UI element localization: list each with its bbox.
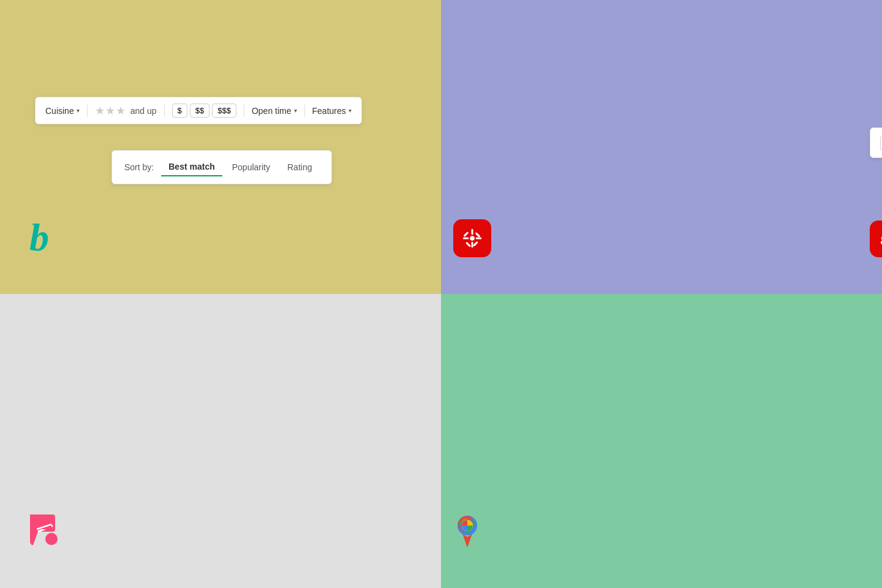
and-up-label: and up <box>130 106 157 116</box>
divider-3 <box>244 105 244 117</box>
yelp-burst-icon <box>461 227 484 250</box>
open-time-label: Open time <box>252 106 292 116</box>
cuisine-chevron-icon: ▾ <box>77 107 80 114</box>
svg-rect-1 <box>471 229 473 235</box>
cuisine-label: Cuisine <box>45 106 74 116</box>
star-2: ★ <box>105 104 115 118</box>
yelp-icon-bg <box>453 219 491 257</box>
price-3-btn[interactable]: $$$ <box>212 104 236 118</box>
yelp-logo-svg <box>877 228 882 250</box>
divider-4 <box>304 105 305 117</box>
q2-filter-bar: $ $$ $$$ $$$$ 🕐 Open Now 🛍️ Order Delive… <box>870 127 882 158</box>
q1-filter-bar: Cuisine ▾ ★ ★ ★ and up $ $$ $$$ Open tim… <box>35 97 362 124</box>
svg-rect-4 <box>476 237 482 239</box>
yelp-logo-wrap <box>870 221 882 257</box>
features-filter[interactable]: Features ▾ <box>312 106 352 116</box>
divider-2 <box>164 105 165 117</box>
yelp-logo <box>870 221 882 257</box>
features-label: Features <box>312 106 346 116</box>
svg-rect-3 <box>463 237 469 239</box>
sort-rating[interactable]: Rating <box>280 159 319 176</box>
sort-popularity[interactable]: Popularity <box>225 159 277 176</box>
q4-google-maps: ☰ 🔍 ✕ Price $ $$ $$$ $$$$ Rating at leas… <box>441 294 882 588</box>
star-1: ★ <box>95 104 105 118</box>
q1-sort-bar: Sort by: Best match Popularity Rating <box>111 150 332 184</box>
star-3: ★ <box>116 104 126 118</box>
google-maps-logo-icon <box>450 513 485 549</box>
svg-rect-6 <box>475 232 481 238</box>
foursquare-shape-svg <box>28 513 59 549</box>
features-chevron-icon: ▾ <box>349 107 352 114</box>
svg-rect-2 <box>471 242 473 248</box>
foursquare-icon-overlay <box>28 513 59 549</box>
price-2-btn[interactable]: $$ <box>190 104 209 118</box>
divider-1 <box>87 105 88 117</box>
bing-logo: b <box>29 215 49 260</box>
stars-display: ★ ★ ★ <box>95 104 126 118</box>
yelp-logo-container <box>453 219 491 257</box>
price-1-btn[interactable]: $ <box>172 104 187 118</box>
sort-by-label: Sort by: <box>124 162 154 172</box>
rating-filter[interactable]: ★ ★ ★ and up <box>95 104 157 118</box>
foursquare-logo-wrap <box>28 513 60 552</box>
svg-rect-8 <box>473 241 478 247</box>
price-group: $ $$ $$$ <box>172 104 236 118</box>
q1-bing: Cuisine ▾ ★ ★ ★ and up $ $$ $$$ Open tim… <box>0 0 441 294</box>
svg-point-0 <box>470 236 475 241</box>
open-time-filter[interactable]: Open time ▾ <box>252 106 297 116</box>
q2-yelp: $ $$ $$$ $$$$ 🕐 Open Now 🛍️ Order Delive… <box>441 0 882 294</box>
open-time-chevron-icon: ▾ <box>294 107 297 114</box>
svg-rect-5 <box>464 232 469 237</box>
sort-best-match[interactable]: Best match <box>161 158 222 176</box>
gmaps-logo-wrap <box>450 513 485 551</box>
q3-foursquare: Filters: Specials Haven't Been Following… <box>0 294 441 588</box>
cuisine-filter[interactable]: Cuisine ▾ <box>45 106 80 116</box>
svg-rect-7 <box>466 242 471 247</box>
